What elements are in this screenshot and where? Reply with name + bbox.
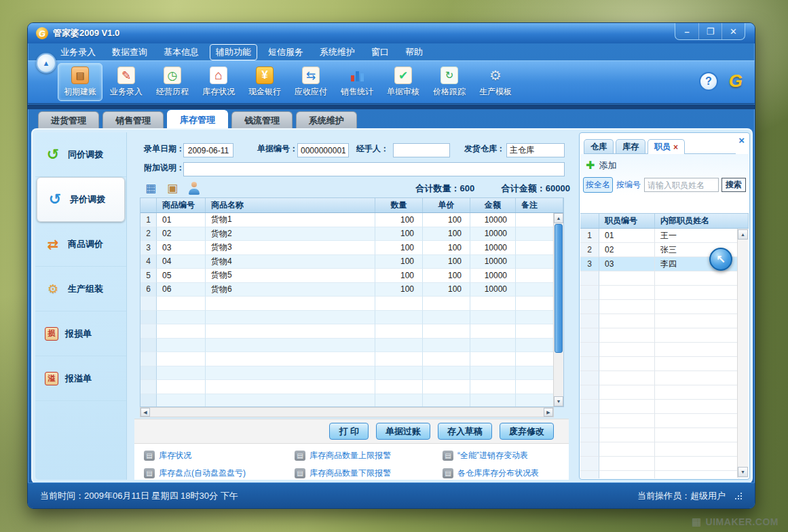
employee-row[interactable]: [580, 414, 739, 428]
report-link-3[interactable]: ▤库存盘点(自动盘盈盘亏): [144, 468, 295, 479]
toolbar-item-0[interactable]: ▤初期建账: [58, 63, 102, 101]
table-row[interactable]: 404货物410010010000: [140, 255, 553, 269]
column-header-5[interactable]: 备注: [516, 198, 563, 212]
maximize-button[interactable]: ❐: [698, 23, 721, 39]
add-row[interactable]: ✚ 添加: [580, 154, 749, 176]
column-header-0[interactable]: 商品编号: [157, 198, 206, 212]
table-row[interactable]: 202货物210010010000: [140, 227, 553, 242]
minimize-button[interactable]: –: [675, 23, 698, 39]
toolbar-item-4[interactable]: ¥现金银行: [242, 63, 287, 101]
menu-item-1[interactable]: 数据查询: [107, 45, 153, 60]
tab-3[interactable]: 钱流管理: [231, 111, 293, 130]
tab-0[interactable]: 进货管理: [38, 111, 99, 130]
toolbar-item-8[interactable]: ↻价格跟踪: [427, 63, 472, 101]
menu-item-7[interactable]: 帮助: [400, 45, 428, 60]
table-row[interactable]: [140, 394, 553, 407]
column-header-1[interactable]: 商品名称: [206, 198, 375, 212]
sidebar-item-2[interactable]: ⇄商品调价: [35, 222, 126, 267]
table-row[interactable]: [140, 380, 553, 394]
toolbar-item-9[interactable]: ⚙生产模板: [473, 63, 518, 101]
employee-row[interactable]: [580, 328, 739, 343]
warehouse-input[interactable]: [506, 143, 565, 157]
table-row[interactable]: [140, 339, 553, 353]
note-input[interactable]: [183, 162, 565, 176]
employee-row[interactable]: [580, 343, 739, 357]
toolbar-item-1[interactable]: ✎业务录入: [104, 63, 149, 101]
help-icon[interactable]: ?: [699, 72, 718, 91]
report-link-1[interactable]: ▤库存商品数量上限报警: [295, 450, 443, 461]
table-row[interactable]: [140, 297, 553, 311]
column-header-4[interactable]: 金额: [470, 198, 516, 212]
tab-1[interactable]: 销售管理: [102, 111, 164, 130]
sidebar-item-4[interactable]: 损报损单: [35, 311, 126, 356]
scroll-thumb[interactable]: [555, 224, 563, 353]
items-horizontal-scrollbar[interactable]: ◀ ▶: [140, 407, 554, 417]
sidebar-item-3[interactable]: ⚙生产组装: [35, 267, 126, 311]
resize-grip[interactable]: [735, 492, 743, 499]
menu-item-5[interactable]: 系统维护: [314, 45, 360, 60]
table-row[interactable]: 606货物610010010000: [140, 283, 553, 297]
report-link-0[interactable]: ▤库存状况: [144, 450, 295, 461]
employee-row[interactable]: [580, 300, 739, 314]
close-button[interactable]: ✕: [721, 23, 745, 39]
report-link-5[interactable]: ▤各仓库库存分布状况表: [443, 468, 569, 479]
employee-row[interactable]: 101王一: [580, 229, 739, 243]
scroll-up-icon[interactable]: ▲: [738, 229, 748, 240]
employee-row[interactable]: [580, 314, 739, 328]
employee-row[interactable]: [580, 371, 739, 385]
sidebar-item-1[interactable]: ↺异价调拨: [37, 177, 125, 222]
sidebar-item-5[interactable]: 溢报溢单: [35, 356, 126, 401]
toolbar-item-2[interactable]: ◷经营历程: [150, 63, 195, 101]
employee-row[interactable]: [580, 385, 739, 400]
building-icon[interactable]: ▦: [144, 181, 157, 195]
search-button[interactable]: 搜索: [721, 178, 746, 192]
handler-input[interactable]: [393, 143, 450, 157]
scroll-down-icon[interactable]: ▼: [738, 467, 748, 477]
employee-scrollbar[interactable]: ▲ ▼: [737, 229, 748, 478]
toolbar-item-3[interactable]: ⌂库存状况: [196, 63, 241, 101]
action-button-0[interactable]: 打 印: [329, 423, 369, 440]
tab-4[interactable]: 系统维护: [296, 111, 357, 130]
report-link-4[interactable]: ▤库存商品数量下限报警: [295, 468, 443, 479]
employee-column-header-0[interactable]: 职员编号: [599, 214, 655, 228]
scroll-down-icon[interactable]: ▼: [554, 396, 563, 406]
column-header-3[interactable]: 单价: [423, 198, 470, 212]
table-row[interactable]: 303货物310010010000: [140, 241, 553, 255]
scroll-left-icon[interactable]: ◀: [140, 408, 150, 417]
lookup-tab-2[interactable]: 职员×: [648, 139, 685, 154]
employee-row[interactable]: [580, 400, 739, 414]
employee-row[interactable]: [580, 471, 739, 478]
employee-row[interactable]: [580, 271, 739, 286]
employee-search-input[interactable]: [644, 178, 719, 192]
order-date-input[interactable]: [183, 143, 233, 157]
toolbar-item-6[interactable]: 销售统计: [335, 63, 379, 101]
action-button-1[interactable]: 单据过账: [376, 423, 430, 440]
report-link-2[interactable]: ▤“全能”进销存变动表: [443, 450, 569, 461]
menu-item-2[interactable]: 基本信息: [158, 45, 204, 60]
employee-column-header-1[interactable]: 内部职员姓名: [655, 214, 749, 228]
toolbar-item-5[interactable]: ⇆应收应付: [288, 63, 333, 101]
doc-number-input[interactable]: [297, 143, 349, 157]
table-row[interactable]: [140, 352, 553, 366]
action-button-2[interactable]: 存入草稿: [438, 423, 492, 440]
employee-row[interactable]: [580, 457, 739, 471]
toolbar-item-7[interactable]: ✔单据审核: [381, 63, 426, 101]
person-icon[interactable]: [187, 181, 201, 195]
items-vertical-scrollbar[interactable]: ▲ ▼: [553, 213, 563, 406]
lookup-tab-1[interactable]: 库存: [616, 139, 645, 153]
panel-close-icon[interactable]: ×: [738, 134, 745, 146]
tab-close-icon[interactable]: ×: [673, 142, 678, 152]
lookup-tab-0[interactable]: 仓库: [584, 139, 614, 153]
employee-row[interactable]: [580, 442, 739, 457]
employee-row[interactable]: [580, 428, 739, 442]
scroll-up-icon[interactable]: ▲: [554, 213, 563, 223]
search-by-code-toggle[interactable]: 按编号: [616, 178, 641, 192]
tab-2[interactable]: 库存管理: [167, 110, 228, 130]
column-header-2[interactable]: 数量: [375, 198, 423, 212]
scroll-right-icon[interactable]: ▶: [544, 408, 553, 417]
table-row[interactable]: 101货物110010010000: [140, 213, 553, 227]
menu-item-0[interactable]: 业务录入: [55, 45, 101, 60]
employee-row[interactable]: [580, 286, 739, 300]
collapse-toolbar-button[interactable]: ▲: [36, 53, 56, 73]
menu-item-3[interactable]: 辅助功能: [210, 44, 257, 60]
